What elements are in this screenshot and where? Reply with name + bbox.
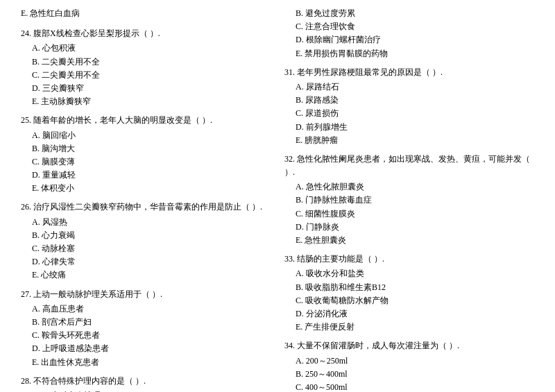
question-block-q24: 24. 腹部X线检查心影呈梨形提示（ ）.A. 心包积液B. 二尖瓣关用不全C.… xyxy=(21,27,271,108)
question-line: D. 分泌消化液 xyxy=(284,307,534,321)
question-line: A. 尿路结石 xyxy=(284,80,534,94)
question-line: C. 动脉栓塞 xyxy=(21,242,271,255)
question-line: E. 产生排便反射 xyxy=(284,321,534,334)
question-line: 32. 急性化脓性阑尾炎患者，如出现寒战、发热、黄疸，可能并发（ ）. xyxy=(284,153,534,179)
question-line: E. 急性胆囊炎 xyxy=(284,234,534,247)
question-line: A. 急性化脓胆囊炎 xyxy=(284,180,534,194)
question-line: C. 400～500ml xyxy=(284,381,534,392)
question-line: 31. 老年男性尿路梗阻最常见的原因是（ ）. xyxy=(284,66,534,79)
question-block-q26: 26. 治疗风湿性二尖瓣狭窄药物中，华昔音霉素的作用是防止（ ）.A. 风湿热B… xyxy=(21,201,271,282)
question-line: 26. 治疗风湿性二尖瓣狭窄药物中，华昔音霉素的作用是防止（ ）. xyxy=(21,201,271,214)
question-line: C. 吸收葡萄糖防水解产物 xyxy=(284,294,534,307)
question-block-q28: 28. 不符合特殊护理内容的是（ ）.A. 24小时专人护理B. 严密观察病情及… xyxy=(21,375,271,392)
question-line: 33. 结肠的主要功能是（ ）. xyxy=(284,253,534,266)
question-line: D. 门静脉炎 xyxy=(284,221,534,234)
question-block-q33: 33. 结肠的主要功能是（ ）.A. 吸收水分和盐类B. 吸收脂肪和维生素B12… xyxy=(284,253,534,334)
question-line: D. 上呼吸道感染患者 xyxy=(21,342,271,355)
question-block-q32: 32. 急性化脓性阑尾炎患者，如出现寒战、发热、黄疸，可能并发（ ）.A. 急性… xyxy=(284,153,534,247)
question-line: E. 膀胱肿瘤 xyxy=(284,134,534,147)
question-line: E. 体积变小 xyxy=(21,182,271,195)
question-line: A. 200～250ml xyxy=(284,355,534,368)
question-block-q34: 34. 大量不保留灌肠时，成人每次灌注量为（ ）.A. 200～250mlB. … xyxy=(284,339,534,392)
question-line: 28. 不符合特殊护理内容的是（ ）. xyxy=(21,375,271,388)
question-block-q30_cont: B. 避免过度劳累C. 注意合理饮食D. 根除幽门螺杆菌治疗E. 禁用损伤胃黏膜… xyxy=(284,7,534,60)
question-line: E. 主动脉瓣狭窄 xyxy=(21,95,271,108)
question-line: E. 心绞痛 xyxy=(21,269,271,282)
page-content: E. 急性红白血病24. 腹部X线检查心影呈梨形提示（ ）.A. 心包积液B. … xyxy=(21,7,534,392)
question-line: D. 根除幽门螺杆菌治疗 xyxy=(284,33,534,46)
question-line: B. 门静脉性脓毒血症 xyxy=(284,194,534,207)
question-line: A. 高血压患者 xyxy=(21,302,271,316)
question-line: 27. 上动一般动脉护理关系适用于（ ）. xyxy=(21,288,271,301)
question-line: B. 尿路感染 xyxy=(284,94,534,107)
question-line: 25. 随着年龄的增长，老年人大脑的明显改变是（ ）. xyxy=(21,114,271,127)
question-line: E. 出血性休克患者 xyxy=(21,356,271,369)
question-line: B. 吸收脂肪和维生素B12 xyxy=(284,281,534,294)
question-line: D. 重量减轻 xyxy=(21,169,271,182)
question-line: C. 尿道损伤 xyxy=(284,107,534,120)
question-line: A. 24小时专人护理 xyxy=(21,389,271,392)
question-line: B. 避免过度劳累 xyxy=(284,7,534,20)
question-line: C. 鞍骨头环死患者 xyxy=(21,329,271,342)
question-line: E. 急性红白血病 xyxy=(21,7,271,20)
question-block-q27: 27. 上动一般动脉护理关系适用于（ ）.A. 高血压患者B. 剖宫术后产妇C.… xyxy=(21,288,271,369)
question-line: B. 脑沟增大 xyxy=(21,142,271,155)
left-column: E. 急性红白血病24. 腹部X线检查心影呈梨形提示（ ）.A. 心包积液B. … xyxy=(21,7,271,392)
question-block-q31: 31. 老年男性尿路梗阻最常见的原因是（ ）.A. 尿路结石B. 尿路感染C. … xyxy=(284,66,534,147)
question-line: C. 脑膜变薄 xyxy=(21,155,271,169)
question-line: D. 前列腺增生 xyxy=(284,121,534,134)
question-block-q_e_end: E. 急性红白血病 xyxy=(21,7,271,22)
right-column: B. 避免过度劳累C. 注意合理饮食D. 根除幽门螺杆菌治疗E. 禁用损伤胃黏膜… xyxy=(284,7,534,392)
question-line: A. 脑回缩小 xyxy=(21,129,271,142)
question-line: C. 细菌性腹膜炎 xyxy=(284,207,534,221)
question-line: E. 禁用损伤胃黏膜的药物 xyxy=(284,47,534,60)
question-line: A. 心包积液 xyxy=(21,42,271,55)
question-line: 24. 腹部X线检查心影呈梨形提示（ ）. xyxy=(21,27,271,40)
question-line: C. 注意合理饮食 xyxy=(284,20,534,33)
question-line: A. 风湿热 xyxy=(21,216,271,229)
question-line: D. 心律失常 xyxy=(21,255,271,269)
question-line: B. 心力衰竭 xyxy=(21,229,271,242)
question-line: C. 二尖瓣关用不全 xyxy=(21,69,271,82)
question-line: B. 二尖瓣关用不全 xyxy=(21,56,271,69)
question-line: B. 250～400ml xyxy=(284,368,534,381)
question-line: A. 吸收水分和盐类 xyxy=(284,267,534,280)
question-line: 34. 大量不保留灌肠时，成人每次灌注量为（ ）. xyxy=(284,339,534,352)
question-block-q25: 25. 随着年龄的增长，老年人大脑的明显改变是（ ）.A. 脑回缩小B. 脑沟增… xyxy=(21,114,271,195)
question-line: B. 剖宫术后产妇 xyxy=(21,316,271,329)
columns: E. 急性红白血病24. 腹部X线检查心影呈梨形提示（ ）.A. 心包积液B. … xyxy=(21,7,534,392)
question-line: D. 三尖瓣狭窄 xyxy=(21,82,271,95)
